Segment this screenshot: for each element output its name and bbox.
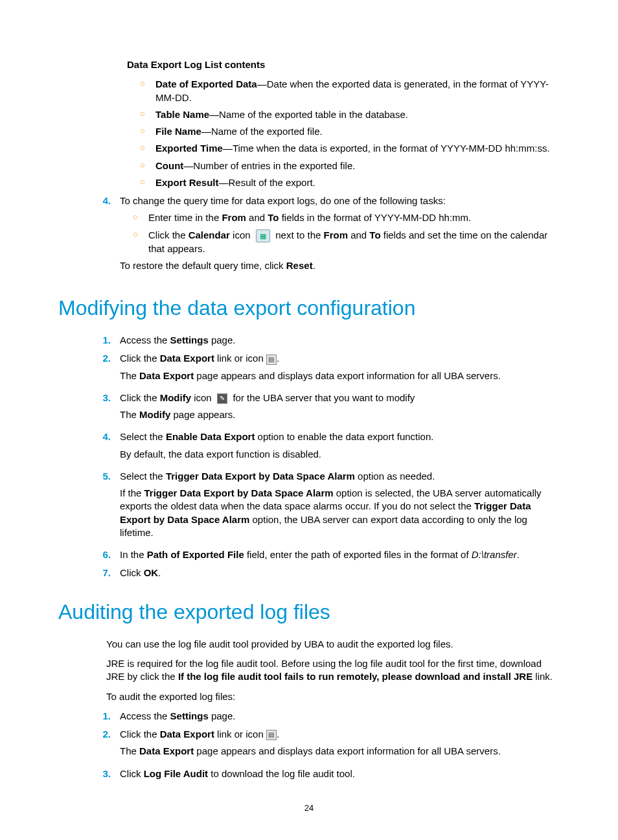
log-item: ○Table Name—Name of the exported table i… bbox=[140, 108, 560, 121]
aud-p2: JRE is required for the log file audit t… bbox=[106, 657, 560, 684]
heading-modifying: Modifying the data export configuration bbox=[58, 294, 560, 322]
aud-step-1: 1.Access the Settings page. bbox=[94, 710, 560, 723]
mod-step-6: 6.In the Path of Exported File field, en… bbox=[94, 548, 560, 561]
mod-step-1: 1.Access the Settings page. bbox=[94, 334, 560, 347]
calendar-icon: ▦ bbox=[256, 229, 270, 242]
data-export-icon: ▤ bbox=[266, 355, 277, 365]
mod-step-4: 4. Select the Enable Data Export option … bbox=[94, 430, 560, 465]
mod-step-2: 2. Click the Data Export link or icon ▤.… bbox=[94, 352, 560, 386]
modify-icon: ✎ bbox=[217, 393, 227, 404]
mod-step-3: 3. Click the Modify icon ✎ for the UBA s… bbox=[94, 391, 560, 426]
mod-step-7: 7.Click OK. bbox=[94, 566, 560, 579]
log-list-heading: Data Export Log List contents bbox=[127, 58, 560, 71]
log-item: ○File Name—Name of the exported file. bbox=[140, 125, 560, 138]
aud-step-3: 3.Click Log File Audit to download the l… bbox=[94, 767, 560, 780]
log-item: ○Date of Exported Data—Date when the exp… bbox=[140, 78, 560, 104]
aud-p1: You can use the log file audit tool prov… bbox=[106, 638, 560, 651]
step-4: 4. To change the query time for data exp… bbox=[94, 194, 560, 276]
mod-step-5: 5. Select the Trigger Data Export by Dat… bbox=[94, 470, 560, 543]
log-item: ○Export Result—Result of the export. bbox=[140, 176, 560, 189]
heading-auditing: Auditing the exported log files bbox=[58, 598, 560, 626]
data-export-icon: ▤ bbox=[266, 730, 277, 740]
aud-p3: To audit the exported log files: bbox=[106, 690, 560, 703]
aud-step-2: 2. Click the Data Export link or icon ▤.… bbox=[94, 728, 560, 762]
log-item: ○Exported Time—Time when the data is exp… bbox=[140, 142, 560, 155]
log-item: ○Count—Number of entries in the exported… bbox=[140, 159, 560, 172]
page-number: 24 bbox=[0, 802, 618, 814]
